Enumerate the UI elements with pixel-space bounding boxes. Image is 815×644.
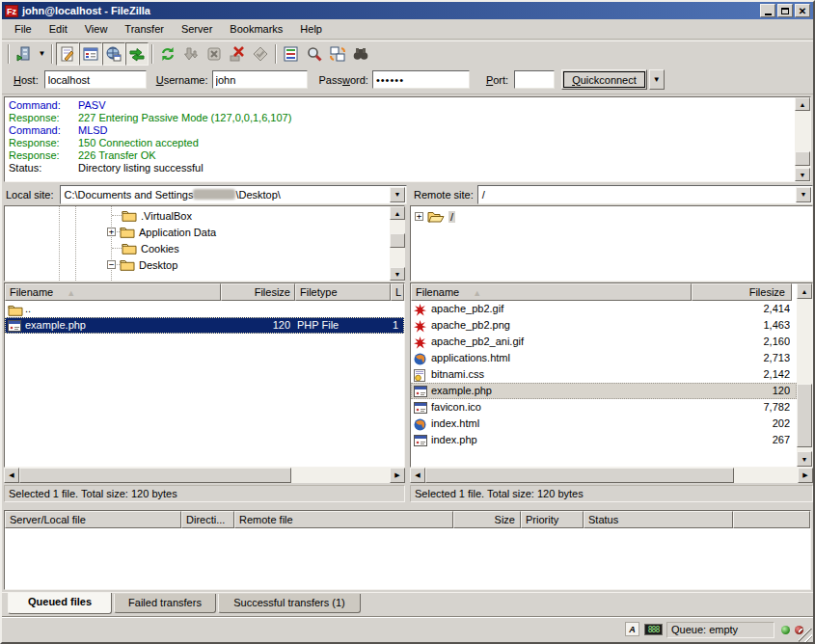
- quickconnect-button[interactable]: Quickconnect: [561, 69, 647, 90]
- tree-item--virtualbox[interactable]: .VirtualBox: [107, 207, 192, 224]
- menu-item-view[interactable]: View: [76, 21, 117, 37]
- scroll-down-button[interactable]: ▼: [390, 267, 405, 281]
- scroll-up-button[interactable]: ▲: [795, 97, 810, 111]
- column-header-filesize[interactable]: Filesize: [692, 283, 792, 301]
- file-row-index-html[interactable]: index.html202: [411, 416, 797, 432]
- file-row-applications-html[interactable]: applications.html2,713: [411, 350, 797, 366]
- scroll-thumb[interactable]: [425, 468, 734, 483]
- local-file-list[interactable]: Filename▲ Filesize Filetype L ..example.…: [4, 282, 405, 468]
- column-header-filename[interactable]: Filename▲: [411, 283, 692, 301]
- menu-item-transfer[interactable]: Transfer: [116, 21, 173, 37]
- queue-column-server-local-file[interactable]: Server/Local file: [5, 511, 181, 528]
- toggle-transfer-queue-button[interactable]: [125, 42, 149, 66]
- file-row-example-php[interactable]: example.php120: [411, 383, 797, 399]
- process-queue-button[interactable]: [179, 42, 203, 66]
- toggle-remote-tree-button[interactable]: [102, 42, 125, 66]
- local-tree[interactable]: .VirtualBox+Application DataCookies−Desk…: [4, 205, 405, 282]
- host-input[interactable]: [44, 70, 147, 89]
- tree-item-cookies[interactable]: Cookies: [107, 240, 179, 256]
- scroll-right-button[interactable]: ▶: [390, 468, 405, 483]
- scroll-thumb[interactable]: [795, 151, 810, 166]
- remote-site-dropdown-button[interactable]: ▼: [796, 187, 811, 202]
- maximize-button[interactable]: [777, 4, 793, 17]
- quickconnect-dropdown-button[interactable]: ▼: [649, 69, 665, 90]
- scroll-thumb[interactable]: [19, 468, 291, 483]
- queue-column-priority[interactable]: Priority: [521, 511, 584, 528]
- collapse-icon[interactable]: −: [107, 260, 116, 269]
- titlebar[interactable]: Fz john@localhost - FileZilla ✕: [2, 2, 813, 19]
- remote-horizontal-scrollbar[interactable]: ◀ ▶: [410, 468, 813, 483]
- file-row-favicon-ico[interactable]: favicon.ico7,782: [411, 399, 797, 416]
- menu-item-file[interactable]: File: [6, 21, 41, 37]
- local-tree-vertical-scrollbar[interactable]: ▲ ▼: [390, 206, 405, 281]
- scroll-left-button[interactable]: ◀: [4, 468, 19, 483]
- expand-icon[interactable]: +: [107, 228, 116, 236]
- menu-item-help[interactable]: Help: [291, 21, 331, 37]
- queue-column-direction[interactable]: Directi...: [181, 511, 234, 528]
- remote-site-combo[interactable]: / ▼: [477, 185, 813, 204]
- local-site-combo[interactable]: C:\Documents and Settings\Desktop\ ▼: [60, 185, 407, 204]
- speed-limit-icon[interactable]: 888: [644, 624, 663, 635]
- filter-button[interactable]: [280, 42, 303, 66]
- menu-item-server[interactable]: Server: [173, 21, 221, 37]
- local-horizontal-scrollbar[interactable]: ◀ ▶: [4, 468, 405, 483]
- scroll-down-button[interactable]: ▼: [797, 451, 812, 467]
- column-header-filename[interactable]: Filename▲: [5, 283, 221, 301]
- scroll-right-button[interactable]: ▶: [798, 468, 813, 483]
- scroll-up-button[interactable]: ▲: [390, 206, 405, 220]
- find-files-button[interactable]: [349, 42, 372, 66]
- queue-column-status[interactable]: Status: [584, 511, 733, 528]
- remote-file-list[interactable]: Filename▲ Filesize apache_pb2.gif2,414ap…: [410, 282, 813, 468]
- tab-successful-transfers[interactable]: Successful transfers (1): [218, 594, 361, 613]
- message-log[interactable]: Command:PASVResponse:227 Entering Passiv…: [4, 96, 811, 182]
- port-input[interactable]: [514, 70, 555, 89]
- queue-column-size[interactable]: Size: [453, 511, 521, 528]
- file-row--[interactable]: ..: [5, 301, 404, 317]
- username-input[interactable]: [212, 70, 308, 89]
- abort-button[interactable]: [249, 42, 272, 66]
- file-row-apache-pb2-png[interactable]: apache_pb2.png1,463: [411, 317, 797, 334]
- close-button[interactable]: ✕: [795, 4, 810, 17]
- tab-queued-files[interactable]: Queued files: [8, 593, 112, 614]
- menu-item-bookmarks[interactable]: Bookmarks: [221, 21, 291, 37]
- column-header-lastmodified[interactable]: L: [391, 283, 404, 301]
- synchronized-browsing-button[interactable]: [326, 42, 349, 66]
- site-manager-button[interactable]: [13, 42, 36, 66]
- file-row-apache-pb2-gif[interactable]: apache_pb2.gif2,414: [411, 301, 797, 317]
- column-header-filetype[interactable]: Filetype: [295, 283, 391, 301]
- tree-item-application-data[interactable]: +Application Data: [107, 224, 216, 240]
- refresh-button[interactable]: [156, 42, 179, 66]
- file-row-index-php[interactable]: index.php267: [411, 432, 797, 448]
- directory-comparison-button[interactable]: [303, 42, 326, 66]
- password-input[interactable]: [372, 70, 470, 89]
- remote-tree[interactable]: +/: [410, 205, 813, 282]
- tree-item-desktop[interactable]: −Desktop: [107, 256, 177, 273]
- file-row-example-php[interactable]: example.php120PHP File1: [5, 317, 404, 334]
- scroll-thumb[interactable]: [797, 384, 812, 447]
- disconnect-button[interactable]: [226, 42, 249, 66]
- column-header-filesize[interactable]: Filesize: [221, 283, 295, 301]
- log-vertical-scrollbar[interactable]: ▲ ▼: [795, 97, 810, 181]
- toggle-message-log-button[interactable]: [56, 42, 79, 66]
- scroll-up-button[interactable]: ▲: [797, 283, 812, 299]
- minimize-button[interactable]: [760, 4, 775, 17]
- queue-column-empty[interactable]: [733, 511, 810, 528]
- transfer-queue[interactable]: Server/Local file Directi... Remote file…: [4, 510, 811, 590]
- expand-icon[interactable]: +: [415, 212, 423, 221]
- tree-item--[interactable]: +/: [415, 208, 455, 225]
- file-row-bitnami-css[interactable]: bitnami.css2,142: [411, 366, 797, 383]
- scroll-down-button[interactable]: ▼: [795, 168, 810, 181]
- scroll-thumb[interactable]: [390, 233, 405, 248]
- queue-column-remote-file[interactable]: Remote file: [234, 511, 453, 528]
- scroll-left-button[interactable]: ◀: [410, 468, 425, 483]
- site-manager-dropdown-button[interactable]: ▼: [36, 42, 48, 66]
- toggle-local-tree-button[interactable]: [79, 42, 102, 66]
- local-site-dropdown-button[interactable]: ▼: [390, 187, 405, 202]
- menu-item-edit[interactable]: Edit: [41, 21, 76, 37]
- cancel-current-button[interactable]: [203, 42, 226, 66]
- transfer-type-ascii-icon[interactable]: A: [625, 622, 639, 636]
- tab-failed-transfers[interactable]: Failed transfers: [114, 594, 216, 613]
- resize-grip-icon[interactable]: [799, 629, 812, 642]
- remote-list-vertical-scrollbar[interactable]: ▲ ▼: [797, 283, 812, 467]
- file-row-apache-pb2-ani-gif[interactable]: apache_pb2_ani.gif2,160: [411, 334, 797, 350]
